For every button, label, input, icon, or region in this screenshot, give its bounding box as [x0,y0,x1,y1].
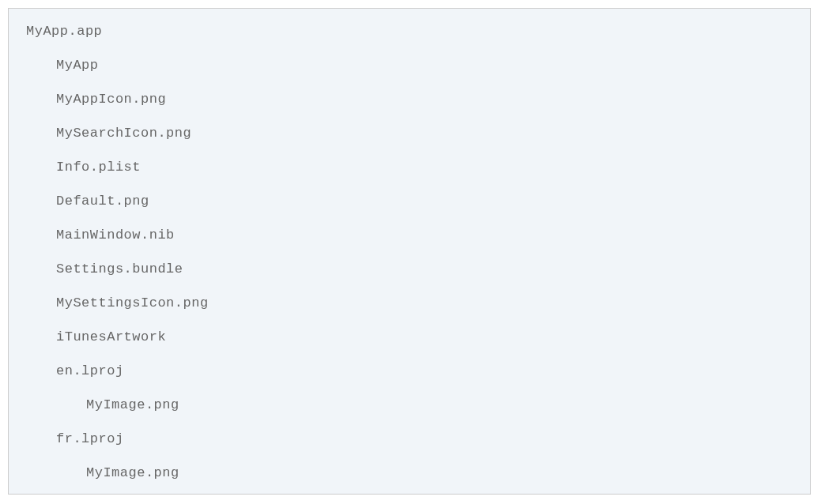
tree-line: Info.plist [26,160,793,174]
tree-line: Default.png [26,194,793,208]
tree-line: MyImage.png [26,466,793,480]
tree-line: MySettingsIcon.png [26,296,793,310]
tree-line: MyApp.app [26,24,793,38]
tree-line: MyImage.png [26,398,793,412]
code-listing-box: MyApp.app MyApp MyAppIcon.png MySearchIc… [8,8,811,495]
tree-line: MyApp [26,58,793,72]
tree-line: iTunesArtwork [26,330,793,344]
tree-line: Settings.bundle [26,262,793,276]
tree-line: en.lproj [26,364,793,378]
tree-line: MyAppIcon.png [26,92,793,106]
tree-line: MainWindow.nib [26,228,793,242]
tree-line: fr.lproj [26,432,793,446]
tree-line: MySearchIcon.png [26,126,793,140]
